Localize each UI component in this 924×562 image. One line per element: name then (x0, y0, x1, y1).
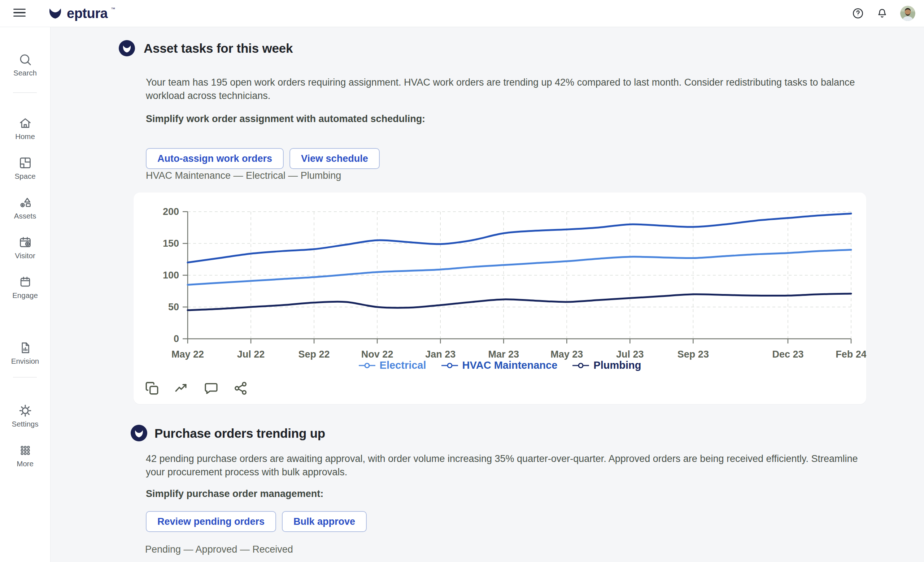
sidebar-item-visitor[interactable]: Visitor (0, 236, 50, 260)
work-orders-chart-card: 050100150200May 22Jul 22Sep 22Nov 22Jan … (134, 192, 866, 404)
svg-text:0: 0 (174, 334, 179, 344)
legend-label: HVAC Maintenance (462, 359, 558, 371)
svg-text:Sep 22: Sep 22 (298, 349, 330, 360)
sidebar-item-label: Visitor (0, 251, 50, 260)
avatar[interactable] (900, 6, 915, 21)
sidebar-item-label: Search (0, 69, 50, 77)
bell-icon[interactable] (876, 7, 888, 20)
svg-text:100: 100 (163, 270, 179, 281)
engage-icon (18, 275, 32, 289)
sidebar-item-home[interactable]: Home (0, 116, 50, 141)
svg-text:Mar 23: Mar 23 (488, 349, 519, 360)
sidebar-item-label: Assets (0, 212, 50, 220)
sidebar-item-label: Settings (0, 420, 50, 428)
work-orders-line-chart: 050100150200May 22Jul 22Sep 22Nov 22Jan … (134, 195, 866, 360)
svg-text:Sep 23: Sep 23 (678, 349, 709, 360)
sidebar-item-label: Engage (0, 291, 50, 300)
auto-assign-work-orders-button[interactable]: Auto-assign work orders (146, 148, 284, 169)
visitor-icon (18, 236, 32, 249)
sidebar-item-label: Home (0, 132, 50, 141)
logo-trademark: ™ (111, 6, 115, 12)
svg-text:Jul 23: Jul 23 (616, 349, 644, 360)
purchase-orders-summary: 42 pending purchase orders are awaiting … (146, 452, 864, 479)
svg-text:Jan 23: Jan 23 (425, 349, 456, 360)
sidebar-item-engage[interactable]: Engage (0, 275, 50, 300)
sidebar-item-label: Envision (0, 357, 50, 365)
eptura-assistant-icon (119, 40, 135, 56)
legend-item-electrical[interactable]: Electrical (359, 359, 426, 371)
section-title-asset-tasks: Asset tasks for this week (144, 41, 293, 56)
top-bar: eptura ™ (0, 0, 924, 27)
legend-item-plumbing[interactable]: Plumbing (573, 359, 641, 371)
po-chart-series-caption: Pending — Approved — Received (145, 544, 293, 555)
eptura-logo: eptura ™ (47, 5, 115, 22)
menu-icon[interactable] (14, 9, 26, 17)
chart-series-caption: HVAC Maintenance — Electrical — Plumbing (146, 170, 341, 181)
eptura-logo-mark-icon (47, 5, 63, 22)
svg-text:May 22: May 22 (171, 349, 204, 360)
legend-marker-icon (359, 362, 375, 369)
review-pending-orders-button[interactable]: Review pending orders (146, 511, 276, 532)
assets-icon (18, 196, 32, 209)
sidebar-item-label: Space (0, 172, 50, 180)
logo-text: eptura (67, 5, 108, 22)
comment-icon[interactable] (204, 381, 219, 396)
svg-text:May 23: May 23 (550, 349, 583, 360)
chart-line-plumbing (188, 294, 851, 310)
legend-marker-icon (441, 362, 458, 369)
svg-text:50: 50 (168, 302, 179, 313)
svg-text:Nov 22: Nov 22 (361, 349, 393, 360)
sidebar-divider (13, 92, 37, 93)
legend-item-hvac-maintenance[interactable]: HVAC Maintenance (441, 359, 558, 371)
settings-icon (18, 404, 32, 418)
asset-tasks-summary: Your team has 195 open work orders requi… (146, 76, 864, 102)
sidebar-item-more[interactable]: More (0, 443, 50, 468)
view-schedule-button[interactable]: View schedule (290, 148, 380, 169)
section-title-purchase-orders: Purchase orders trending up (154, 426, 325, 441)
search-icon (18, 53, 32, 66)
sidebar-divider (13, 377, 37, 377)
legend-label: Plumbing (593, 359, 641, 371)
envision-icon (18, 341, 32, 355)
sidebar-item-search[interactable]: Search (0, 53, 50, 77)
bulk-approve-button[interactable]: Bulk approve (282, 511, 367, 532)
sidebar-item-space[interactable]: Space (0, 156, 50, 180)
sidebar-item-envision[interactable]: Envision (0, 341, 50, 365)
svg-text:Dec 23: Dec 23 (772, 349, 804, 360)
trend-icon[interactable] (174, 381, 189, 396)
legend-label: Electrical (380, 359, 426, 371)
space-icon (18, 156, 32, 170)
home-icon (18, 116, 32, 130)
svg-text:Feb 24: Feb 24 (836, 349, 866, 360)
sidebar-item-settings[interactable]: Settings (0, 404, 50, 428)
svg-text:200: 200 (163, 206, 179, 217)
copy-icon[interactable] (144, 381, 159, 396)
share-icon[interactable] (233, 381, 248, 396)
legend-marker-icon (573, 362, 589, 369)
more-icon (18, 443, 32, 457)
eptura-assistant-icon (130, 425, 147, 441)
svg-text:Jul 22: Jul 22 (237, 349, 265, 360)
sidebar: Search Home Space Assets Visitor Engage (0, 27, 51, 562)
help-icon[interactable] (852, 7, 864, 20)
purchase-orders-cta: Simplify purchase order management: (146, 488, 323, 499)
sidebar-item-label: More (0, 460, 50, 468)
chart-actions (144, 381, 248, 396)
chart-legend: Electrical HVAC Maintenance Plumbing (134, 359, 866, 371)
chart-line-electrical (188, 250, 851, 285)
svg-text:150: 150 (163, 238, 179, 249)
sidebar-item-assets[interactable]: Assets (0, 196, 50, 220)
asset-tasks-cta: Simplify work order assignment with auto… (146, 113, 425, 125)
